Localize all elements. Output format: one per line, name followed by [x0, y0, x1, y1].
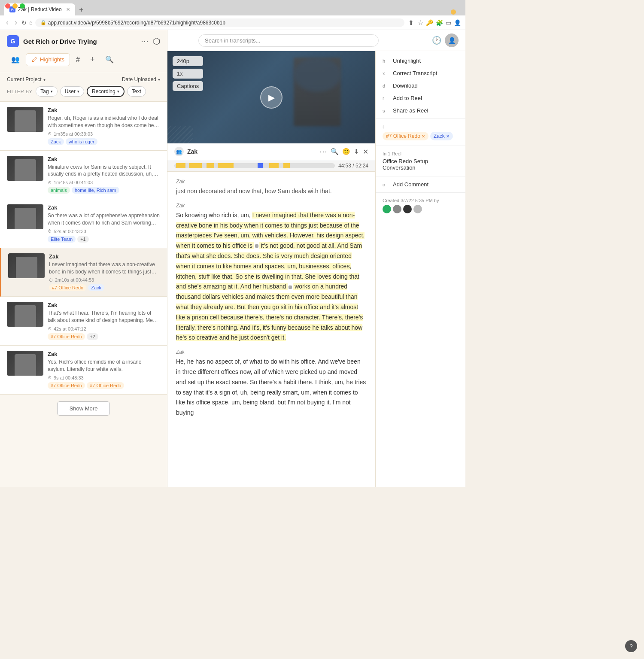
maximize-window-btn[interactable] [20, 3, 25, 9]
highlight-item-2[interactable]: Zak Miniature cows for Sam is a touchy s… [0, 151, 167, 200]
context-item-correct[interactable]: x Correct Transcript [376, 67, 465, 79]
highlight-item-4[interactable]: Zak I never imagined that there was a no… [0, 248, 167, 297]
avatar-2 [393, 205, 401, 213]
download-key: d [383, 83, 389, 88]
forward-btn[interactable]: › [13, 18, 19, 27]
context-item-share-reel[interactable]: s Share as Reel [376, 104, 465, 117]
tab-search[interactable]: 🔍 [101, 53, 118, 66]
show-more-button[interactable]: Show More [57, 401, 110, 416]
window-minimize[interactable] [451, 9, 456, 15]
text-chip-label: Text [132, 88, 141, 94]
new-tab-button[interactable]: + [76, 4, 87, 15]
filter-chip-tag[interactable]: Tag ▾ [36, 86, 57, 97]
minimize-window-btn[interactable] [12, 3, 18, 9]
home-btn[interactable]: ⌂ [29, 19, 33, 26]
filter-chip-text[interactable]: Text [127, 86, 146, 97]
highlight-text-3: So there was a lot of apprehensive appre… [48, 212, 160, 227]
tag-chip[interactable]: Elite Team [48, 236, 76, 243]
highlight-item-3[interactable]: Zak So there was a lot of apprehensive a… [0, 199, 167, 248]
tab-close-icon[interactable]: ✕ [66, 7, 70, 12]
download-transcript-icon[interactable]: ⬇ [354, 148, 359, 155]
sidebar-toggle-icon[interactable]: ▭ [446, 19, 451, 26]
created-by-row [383, 205, 459, 213]
highlight-item-6[interactable]: Zak Yes. Rich's office reminds me of a i… [0, 346, 167, 395]
tag-chip[interactable]: #7 Office Redo [49, 284, 86, 291]
sidebar-tabs: 👥 🖊 Highlights # + 🔍 [7, 52, 160, 67]
tag-chip[interactable]: #7 Office Redo [87, 382, 124, 389]
in-reel-label: In 1 Reel [383, 151, 459, 156]
office-redo-tag-remove[interactable]: ✕ [422, 134, 425, 139]
project-back-icon[interactable]: ⬡ [153, 36, 160, 46]
play-button[interactable]: ▶ [260, 86, 283, 109]
highlight-item-1[interactable]: Zak Roger, uh, Roger is as a individual … [0, 102, 167, 151]
tag-chip[interactable]: #7 Office Redo [48, 382, 85, 389]
share-reel-key: s [383, 108, 389, 113]
extensions-icon[interactable]: 🧩 [436, 19, 443, 26]
tab-people[interactable]: 👥 [7, 53, 24, 66]
highlight-text-4: I never imagined that there was a non-cr… [49, 261, 160, 276]
meta-6: ⏱ 9s at 00:48:33 [48, 375, 160, 380]
password-icon[interactable]: 🔑 [426, 19, 433, 26]
reload-btn[interactable]: ↻ [21, 19, 27, 26]
transcript-speaker-label-1: Zak [176, 179, 367, 185]
tag-chip-more[interactable]: +2 [87, 333, 98, 340]
time-display: 44:53 / 52:24 [338, 163, 368, 169]
tag-chip[interactable]: #7 Office Redo [48, 333, 85, 340]
zack-tag[interactable]: Zack ✕ [430, 132, 453, 140]
speed-button[interactable]: 1x [173, 69, 203, 79]
user-account-icon[interactable]: 👤 [454, 19, 461, 26]
captions-button[interactable]: Captions [173, 81, 203, 91]
speaker-name-5: Zak [48, 302, 160, 308]
context-item-add-reel[interactable]: r Add to Reel [376, 92, 465, 104]
timeline-track[interactable] [174, 163, 335, 168]
close-window-btn[interactable] [5, 3, 10, 9]
tag-chip[interactable]: home life, Rich sam [72, 187, 119, 194]
tag-chip-more[interactable]: +1 [77, 236, 89, 243]
current-project-arrow: ▾ [43, 77, 46, 82]
quality-button[interactable]: 240p [173, 56, 203, 66]
url-text[interactable]: app.reduct.video/#/p/5998b5f692/recordin… [48, 20, 225, 26]
bookmark-icon[interactable]: ☆ [418, 19, 423, 27]
context-item-download[interactable]: d Download [376, 79, 465, 92]
filter-chip-recording[interactable]: Recording ▾ [87, 86, 125, 97]
reel-name[interactable]: Office Redo Setup Conversation [383, 158, 459, 171]
tab-highlights[interactable]: 🖊 Highlights [26, 53, 70, 66]
speaker-icon: 👥 [174, 147, 184, 156]
current-project-sort[interactable]: Current Project ▾ [7, 76, 46, 82]
back-btn[interactable]: ‹ [4, 18, 10, 27]
user-avatar[interactable]: 👤 [445, 33, 459, 47]
thumb-1 [7, 107, 43, 132]
add-comment-section[interactable]: c Add Comment [376, 178, 465, 191]
highlights-icon: 🖊 [31, 56, 37, 63]
emoji-icon[interactable]: 🙂 [342, 148, 350, 155]
top-search-bar: 🕐 👤 [167, 30, 465, 51]
highlight-content-1: Zak Roger, uh, Roger is as a individual … [48, 107, 160, 145]
tag-chip[interactable]: Zack [48, 138, 64, 145]
filter-chip-user[interactable]: User ▾ [60, 86, 84, 97]
history-icon[interactable]: 🕐 [432, 36, 441, 45]
context-item-unhighlight[interactable]: h Unhighlight [376, 55, 465, 67]
date-uploaded-sort[interactable]: Date Uploaded ▾ [122, 76, 160, 82]
office-redo-tag[interactable]: #7 Office Redo ✕ [383, 132, 428, 140]
search-input[interactable] [198, 34, 379, 47]
tab-add[interactable]: + [86, 52, 99, 67]
highlight-text-2: Miniature cows for Sam is a touchy subje… [48, 164, 160, 178]
tab-tags[interactable]: # [72, 53, 84, 66]
tag-chip[interactable]: animals [48, 187, 70, 194]
timeline-segment-2 [189, 163, 202, 168]
highlight-item-5[interactable]: Zak That's what I hear. There's, I'm hea… [0, 297, 167, 346]
tag-chip[interactable]: Zack [88, 284, 104, 291]
timeline-segment-5 [269, 163, 279, 168]
inline-dot-2 [289, 285, 292, 289]
user-chip-arrow: ▾ [77, 89, 79, 94]
share-icon[interactable]: ⬆ [407, 19, 415, 27]
more-options-icon[interactable]: ⋯ [319, 147, 327, 156]
search-transcript-icon[interactable]: 🔍 [331, 148, 339, 155]
project-menu-icon[interactable]: ⋯ [141, 36, 149, 46]
tag-chip[interactable]: who is roger [66, 138, 97, 145]
highlight-content-5: Zak That's what I hear. There's, I'm hea… [48, 302, 160, 340]
meta-5: ⏱ 42s at 00:47:12 [48, 326, 160, 331]
timeline-segment-3 [207, 163, 215, 168]
zack-tag-remove[interactable]: ✕ [446, 134, 450, 139]
close-panel-icon[interactable]: ✕ [363, 148, 368, 156]
